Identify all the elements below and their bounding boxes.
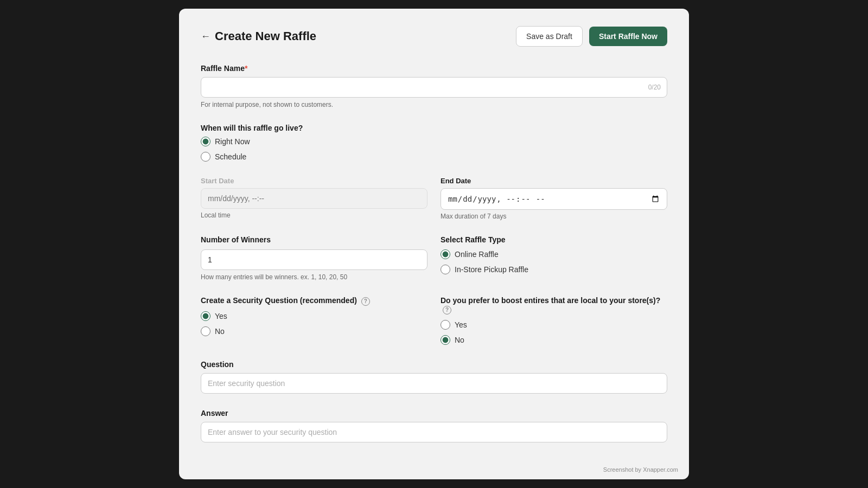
raffle-type-online-radio[interactable]	[441, 249, 450, 259]
go-live-right-now-radio[interactable]	[201, 137, 210, 146]
security-no-radio[interactable]	[201, 326, 210, 336]
security-no-label: No	[215, 327, 225, 336]
boost-local-group: Do you prefer to boost entires that are …	[441, 296, 667, 344]
raffle-type-label: Select Raffle Type	[441, 235, 667, 244]
raffle-type-instore-label: In-Store Pickup Raffle	[455, 265, 528, 274]
question-label: Question	[201, 360, 667, 369]
page-title: Create New Raffle	[215, 29, 316, 43]
raffle-name-label: Raffle Name*	[201, 64, 667, 73]
header-buttons: Save as Draft Start Raffle Now	[516, 26, 667, 47]
security-question-radio-group: Yes No	[201, 311, 427, 336]
date-section: Start Date Local time End Date Max durat…	[201, 177, 667, 220]
winners-label: Number of Winners	[201, 235, 427, 244]
end-date-input[interactable]	[441, 188, 667, 210]
modal-header: ← Create New Raffle Save as Draft Start …	[201, 26, 667, 47]
boost-local-radio-group: Yes No	[441, 320, 667, 345]
go-live-section: When will this raffle go live? Right Now…	[201, 124, 667, 162]
boost-yes-label: Yes	[455, 320, 467, 329]
answer-section: Answer	[201, 409, 667, 442]
raffle-name-section: Raffle Name* 0/20 For internal purpose, …	[201, 64, 667, 108]
security-no[interactable]: No	[201, 326, 427, 336]
winners-hint: How many entries will be winners. ex. 1,…	[201, 273, 427, 281]
boost-local-label: Do you prefer to boost entires that are …	[441, 296, 667, 314]
answer-label: Answer	[201, 409, 667, 418]
save-draft-button[interactable]: Save as Draft	[516, 26, 583, 47]
answer-input[interactable]	[201, 422, 667, 442]
boost-local-help-icon[interactable]: ?	[443, 306, 451, 314]
winners-group: Number of Winners How many entries will …	[201, 235, 427, 281]
security-question-help-icon[interactable]: ?	[361, 297, 370, 306]
go-live-label: When will this raffle go live?	[201, 124, 667, 132]
security-yes-label: Yes	[215, 312, 227, 320]
security-yes[interactable]: Yes	[201, 311, 427, 321]
char-counter: 0/20	[648, 84, 661, 91]
raffle-type-radio-group: Online Raffle In-Store Pickup Raffle	[441, 249, 667, 274]
screenshot-credit: Screenshot by Xnapper.com	[603, 466, 678, 473]
raffle-type-online-label: Online Raffle	[455, 250, 499, 259]
go-live-schedule-radio[interactable]	[201, 152, 210, 162]
raffle-type-online[interactable]: Online Raffle	[441, 249, 667, 259]
raffle-type-instore-radio[interactable]	[441, 265, 450, 274]
start-raffle-button[interactable]: Start Raffle Now	[589, 27, 667, 46]
start-date-label: Start Date	[201, 177, 427, 185]
start-date-input[interactable]	[201, 188, 427, 209]
header-left: ← Create New Raffle	[201, 29, 316, 43]
security-boost-section: Create a Security Question (recommended)…	[201, 296, 667, 344]
boost-no-label: No	[455, 336, 464, 344]
winners-input[interactable]	[201, 249, 427, 270]
go-live-schedule-label: Schedule	[215, 152, 246, 161]
boost-no-radio[interactable]	[441, 335, 450, 345]
boost-yes[interactable]: Yes	[441, 320, 667, 330]
boost-no[interactable]: No	[441, 335, 667, 345]
security-yes-radio[interactable]	[201, 311, 210, 321]
question-input[interactable]	[201, 373, 667, 394]
go-live-radio-group: Right Now Schedule	[201, 137, 667, 162]
boost-yes-radio[interactable]	[441, 320, 450, 330]
end-date-hint: Max duration of 7 days	[441, 213, 667, 220]
end-date-group: End Date Max duration of 7 days	[441, 177, 667, 220]
raffle-name-input-wrapper: 0/20	[201, 77, 667, 98]
start-date-group: Start Date Local time	[201, 177, 427, 220]
raffle-name-input[interactable]	[201, 77, 667, 98]
end-date-label: End Date	[441, 177, 667, 185]
raffle-type-group: Select Raffle Type Online Raffle In-Stor…	[441, 235, 667, 281]
start-date-hint: Local time	[201, 211, 427, 219]
winners-raffle-type-section: Number of Winners How many entries will …	[201, 235, 667, 281]
create-raffle-modal: ← Create New Raffle Save as Draft Start …	[179, 9, 689, 479]
go-live-right-now[interactable]: Right Now	[201, 137, 667, 146]
go-live-schedule[interactable]: Schedule	[201, 152, 667, 162]
security-question-label: Create a Security Question (recommended)…	[201, 296, 427, 305]
go-live-right-now-label: Right Now	[215, 137, 250, 146]
raffle-type-instore[interactable]: In-Store Pickup Raffle	[441, 265, 667, 274]
raffle-name-hint: For internal purpose, not shown to custo…	[201, 101, 667, 108]
security-question-group: Create a Security Question (recommended)…	[201, 296, 427, 344]
question-section: Question	[201, 360, 667, 394]
back-button[interactable]: ←	[201, 31, 210, 42]
